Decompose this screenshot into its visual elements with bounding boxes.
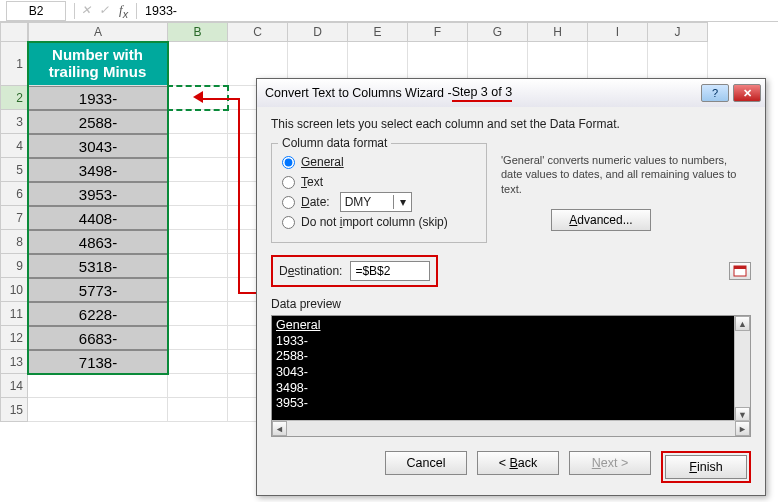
cell[interactable]	[168, 326, 228, 350]
close-button[interactable]: ✕	[733, 84, 761, 102]
cell[interactable]	[168, 254, 228, 278]
table-row[interactable]: 7138-	[28, 350, 168, 374]
formula-bar: B2 ✕ ✓ fx 1933-	[0, 0, 778, 22]
table-row[interactable]: 4408-	[28, 206, 168, 230]
radio-general[interactable]: General	[282, 152, 476, 172]
cell[interactable]	[168, 302, 228, 326]
cell[interactable]	[168, 110, 228, 134]
row-header-13[interactable]: 13	[0, 350, 28, 374]
cell[interactable]	[168, 230, 228, 254]
row-header-3[interactable]: 3	[0, 110, 28, 134]
destination-label: Destination:	[279, 264, 342, 278]
destination-callout: Destination:	[271, 255, 438, 287]
radio-text-input[interactable]	[282, 176, 295, 189]
name-box[interactable]: B2	[6, 1, 66, 21]
table-row[interactable]: 4863-	[28, 230, 168, 254]
svg-rect-1	[734, 266, 746, 269]
table-row[interactable]: 3498-	[28, 158, 168, 182]
fx-icon[interactable]: fx	[113, 2, 134, 20]
col-header-D[interactable]: D	[288, 22, 348, 42]
cell[interactable]	[168, 182, 228, 206]
col-header-B[interactable]: B	[168, 22, 228, 42]
range-picker-button[interactable]	[729, 262, 751, 280]
table-row[interactable]: 5318-	[28, 254, 168, 278]
cell[interactable]	[168, 134, 228, 158]
formula-content[interactable]: 1933-	[139, 4, 177, 18]
row-header-4[interactable]: 4	[0, 134, 28, 158]
row-header-12[interactable]: 12	[0, 326, 28, 350]
dialog-intro: This screen lets you select each column …	[271, 117, 751, 131]
cell[interactable]	[168, 278, 228, 302]
row-header-9[interactable]: 9	[0, 254, 28, 278]
preview-hscroll[interactable]: ◄ ►	[272, 420, 750, 436]
table-row[interactable]: 2588-	[28, 110, 168, 134]
preview-vscroll[interactable]: ▲ ▼	[734, 316, 750, 422]
table-row[interactable]: 3043-	[28, 134, 168, 158]
dialog-titlebar[interactable]: Convert Text to Columns Wizard - Step 3 …	[257, 79, 765, 107]
dialog-title-prefix: Convert Text to Columns Wizard -	[265, 86, 452, 100]
table-row[interactable]: 3953-	[28, 182, 168, 206]
scroll-right-icon[interactable]: ►	[735, 421, 750, 436]
help-button[interactable]: ?	[701, 84, 729, 102]
accept-formula-icon: ✓	[95, 2, 113, 20]
row-header-10[interactable]: 10	[0, 278, 28, 302]
col-header-G[interactable]: G	[468, 22, 528, 42]
format-hint-text: 'General' converts numeric values to num…	[501, 153, 751, 196]
cell[interactable]	[28, 374, 168, 398]
date-format-select[interactable]: DMY ▾	[340, 192, 412, 212]
radio-skip-input[interactable]	[282, 216, 295, 229]
cell[interactable]	[168, 42, 228, 86]
col-header-F[interactable]: F	[408, 22, 468, 42]
scroll-up-icon[interactable]: ▲	[735, 316, 750, 331]
column-headers: ABCDEFGHIJ	[28, 22, 778, 42]
col-header-H[interactable]: H	[528, 22, 588, 42]
back-button[interactable]: < Back	[477, 451, 559, 475]
col-header-A[interactable]: A	[28, 22, 168, 42]
preview-label: Data preview	[271, 297, 751, 311]
table-row[interactable]: 1933-	[28, 86, 168, 110]
callout-line	[238, 98, 240, 292]
row-header-1[interactable]: 1	[0, 42, 28, 86]
col-header-J[interactable]: J	[648, 22, 708, 42]
dialog-title-step: Step 3 of 3	[452, 85, 512, 102]
cell[interactable]	[168, 158, 228, 182]
header-cell[interactable]: Number with trailing Minus	[28, 42, 168, 86]
cell[interactable]	[28, 398, 168, 422]
table-row[interactable]: 6228-	[28, 302, 168, 326]
column-data-format-group: Column data format General Text Date: DM…	[271, 143, 487, 243]
data-preview: General1933-2588-3043-3498-3953- ▲ ▼ ◄ ►	[271, 315, 751, 437]
cancel-formula-icon: ✕	[77, 2, 95, 20]
cell[interactable]	[168, 398, 228, 422]
cell[interactable]	[168, 350, 228, 374]
row-header-14[interactable]: 14	[0, 374, 28, 398]
radio-date[interactable]: Date: DMY ▾	[282, 192, 476, 212]
cell[interactable]	[168, 374, 228, 398]
col-header-E[interactable]: E	[348, 22, 408, 42]
row-header-5[interactable]: 5	[0, 158, 28, 182]
row-header-6[interactable]: 6	[0, 182, 28, 206]
radio-skip[interactable]: Do not import column (skip)	[282, 212, 476, 232]
row-header-15[interactable]: 15	[0, 398, 28, 422]
select-all-corner[interactable]	[0, 22, 28, 42]
radio-date-input[interactable]	[282, 196, 295, 209]
radio-text[interactable]: Text	[282, 172, 476, 192]
table-row[interactable]: 5773-	[28, 278, 168, 302]
scroll-left-icon[interactable]: ◄	[272, 421, 287, 436]
row-headers: 123456789101112131415	[0, 42, 28, 422]
finish-button[interactable]: Finish	[665, 455, 747, 479]
preview-content: General1933-2588-3043-3498-3953-	[272, 316, 734, 422]
destination-input[interactable]	[350, 261, 430, 281]
row-header-7[interactable]: 7	[0, 206, 28, 230]
col-header-C[interactable]: C	[228, 22, 288, 42]
arrow-head-icon	[193, 91, 203, 103]
row-header-2[interactable]: 2	[0, 86, 28, 110]
finish-callout: Finish	[661, 451, 751, 483]
row-header-8[interactable]: 8	[0, 230, 28, 254]
advanced-button[interactable]: Advanced...	[551, 209, 651, 231]
row-header-11[interactable]: 11	[0, 302, 28, 326]
table-row[interactable]: 6683-	[28, 326, 168, 350]
radio-general-input[interactable]	[282, 156, 295, 169]
cell[interactable]	[168, 206, 228, 230]
col-header-I[interactable]: I	[588, 22, 648, 42]
cancel-button[interactable]: Cancel	[385, 451, 467, 475]
